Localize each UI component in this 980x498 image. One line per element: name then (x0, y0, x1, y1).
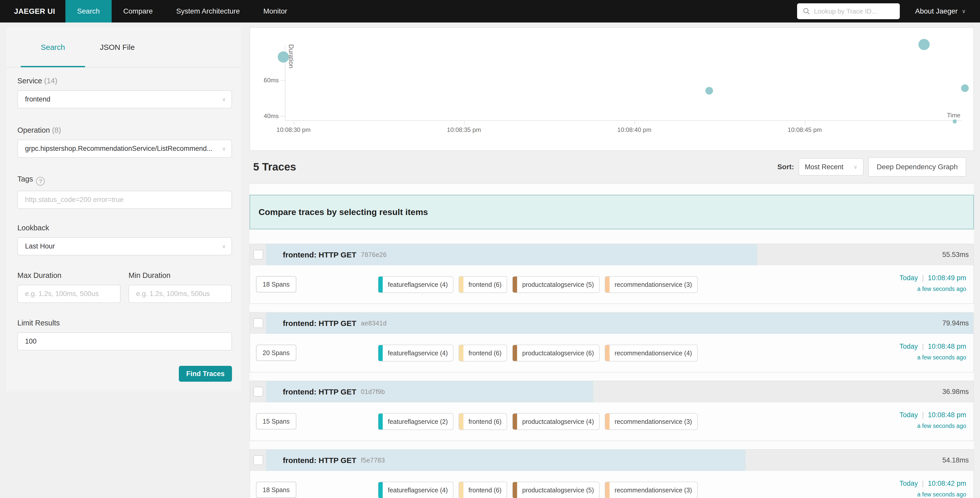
nav-item-system-architecture[interactable]: System Architecture (164, 0, 251, 22)
tags-label: Tags? (18, 175, 232, 185)
sidebar-tabbar: Search JSON File (6, 27, 241, 67)
y-tick-label: 40ms (250, 112, 279, 120)
lookback-field-group: Lookback Last Hour ∨ (18, 224, 232, 255)
trace-relative-time: a few seconds ago (899, 491, 966, 498)
trace-result-card[interactable]: frontend: HTTP GET ae8341d 79.94ms 20 Sp… (250, 312, 974, 372)
duration-field-group: Max Duration Min Duration (18, 271, 232, 303)
trace-select-checkbox[interactable] (253, 318, 263, 328)
limit-field-group: Limit Results (18, 319, 232, 351)
compare-traces-banner: Compare traces by selecting result items (250, 195, 974, 229)
service-tag-label: frontend (6) (463, 277, 507, 292)
max-duration-input[interactable] (25, 290, 113, 298)
lookback-label: Lookback (18, 224, 232, 232)
service-tag-chip: featureflagservice (4) (378, 276, 453, 293)
service-tag-chip: recommendationservice (3) (605, 413, 698, 430)
x-tick-label: 10:08:30 pm (255, 126, 332, 134)
trace-card-body: 15 Spans featureflagservice (2)frontend … (250, 402, 974, 441)
service-color-stripe (605, 413, 609, 429)
x-axis-line (285, 120, 961, 121)
service-color-stripe (513, 345, 517, 361)
scatter-point[interactable] (953, 120, 957, 123)
x-tick-label: 10:08:35 pm (426, 126, 502, 134)
operation-count: (8) (52, 126, 61, 134)
trace-select-checkbox[interactable] (253, 387, 263, 396)
trace-result-card[interactable]: frontend: HTTP GET 01d7f9b 36.98ms 15 Sp… (250, 381, 974, 441)
trace-card-header[interactable]: frontend: HTTP GET f5e7783 54.18ms (250, 450, 974, 471)
limit-results-input[interactable] (25, 337, 224, 345)
scatter-point[interactable] (918, 39, 930, 50)
deep-dependency-graph-button[interactable]: Deep Dependency Graph (868, 157, 966, 177)
service-tag-label: recommendationservice (3) (609, 482, 697, 498)
trace-title[interactable]: frontend: HTTP GET (283, 251, 356, 259)
nav-item-search[interactable]: Search (65, 0, 111, 22)
trace-title[interactable]: frontend: HTTP GET (283, 319, 356, 328)
x-axis-title: Time (937, 112, 960, 119)
service-select[interactable]: frontend ∨ (18, 90, 232, 109)
search-sidebar: Search JSON File Service (14) frontend ∨… (6, 27, 241, 391)
trace-select-checkbox[interactable] (253, 455, 263, 465)
nav-item-monitor[interactable]: Monitor (251, 0, 299, 22)
operation-select[interactable]: grpc.hipstershop.RecommendationService/L… (18, 140, 232, 158)
trace-relative-time: a few seconds ago (899, 286, 966, 292)
service-tag-label: productcatalogservice (6) (517, 345, 599, 361)
trace-title[interactable]: frontend: HTTP GET (283, 388, 356, 396)
service-color-stripe (459, 277, 463, 292)
trace-duration: 36.98ms (942, 381, 969, 402)
x-tick-label: 10:08:40 pm (596, 126, 673, 134)
about-jaeger-menu[interactable]: About Jaeger ∨ (915, 0, 966, 22)
trace-result-card[interactable]: frontend: HTTP GET f5e7783 54.18ms 18 Sp… (250, 449, 974, 498)
tab-search[interactable]: Search (21, 27, 85, 67)
trace-lookup-box[interactable] (797, 3, 900, 19)
question-circle-icon[interactable]: ? (36, 177, 45, 185)
tags-input-box (18, 191, 232, 209)
scatter-point[interactable] (705, 87, 713, 94)
span-count-chip: 18 Spans (256, 276, 296, 292)
sort-select-value: Most Recent (805, 163, 843, 171)
chevron-down-icon: ∨ (962, 8, 966, 14)
service-color-stripe (459, 482, 463, 498)
service-color-stripe (379, 345, 383, 361)
x-tick (294, 121, 294, 125)
trace-card-header[interactable]: frontend: HTTP GET ae8341d 79.94ms (250, 313, 974, 334)
trace-result-card[interactable]: frontend: HTTP GET 7876e26 55.53ms 18 Sp… (250, 244, 974, 304)
trace-relative-time: a few seconds ago (899, 354, 966, 361)
trace-time: 10:08:49 pm (928, 274, 966, 282)
service-color-stripe (459, 345, 463, 361)
trace-id: f5e7783 (361, 456, 385, 464)
service-tag-label: productcatalogservice (5) (517, 482, 599, 498)
trace-time: 10:08:48 pm (928, 343, 966, 351)
limit-results-label: Limit Results (18, 319, 232, 327)
trace-id: 7876e26 (361, 251, 387, 259)
trace-select-checkbox[interactable] (253, 250, 263, 260)
service-tag-label: featureflagservice (4) (383, 277, 453, 292)
nav-spacer (299, 0, 797, 22)
service-tag-list: featureflagservice (4)frontend (6)produc… (378, 345, 698, 361)
find-traces-button[interactable]: Find Traces (179, 366, 232, 381)
trace-card-header[interactable]: frontend: HTTP GET 01d7f9b 36.98ms (250, 381, 974, 402)
nav-item-compare[interactable]: Compare (111, 0, 164, 22)
tags-input[interactable] (25, 196, 224, 204)
service-color-stripe (513, 413, 517, 429)
trace-duration: 55.53ms (942, 244, 969, 265)
trace-id: ae8341d (361, 319, 387, 327)
scatter-point[interactable] (961, 85, 969, 92)
trace-card-header[interactable]: frontend: HTTP GET 7876e26 55.53ms (250, 244, 974, 265)
span-count-chip: 18 Spans (256, 482, 296, 498)
service-tag-chip: productcatalogservice (5) (512, 276, 600, 293)
scatter-point[interactable] (278, 51, 289, 63)
lookback-select-value: Last Hour (25, 243, 55, 250)
service-color-stripe (459, 413, 463, 429)
min-duration-input[interactable] (136, 290, 224, 298)
service-tag-label: featureflagservice (4) (383, 345, 453, 361)
trace-lookup-input[interactable] (814, 7, 899, 15)
service-color-stripe (605, 482, 609, 498)
service-tag-chip: featureflagservice (4) (378, 482, 453, 498)
trace-title[interactable]: frontend: HTTP GET (283, 456, 356, 465)
sort-select[interactable]: Most Recent ∨ (799, 158, 864, 176)
tab-json-file[interactable]: JSON File (85, 27, 150, 67)
lookback-select[interactable]: Last Hour ∨ (18, 237, 232, 255)
service-color-stripe (513, 482, 517, 498)
top-nav: JAEGER UI Search Compare System Architec… (0, 0, 980, 22)
service-tag-label: featureflagservice (2) (383, 413, 453, 429)
trace-count: 5 Traces (253, 161, 296, 173)
